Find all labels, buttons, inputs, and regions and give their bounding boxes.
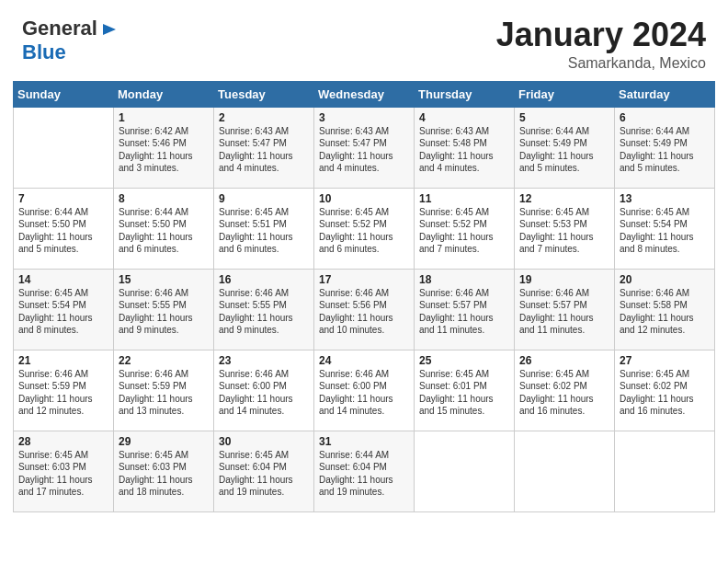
day-number: 8 <box>119 192 209 205</box>
header-day-tuesday: Tuesday <box>214 81 314 107</box>
day-cell: 7Sunrise: 6:44 AM Sunset: 5:50 PM Daylig… <box>14 188 114 269</box>
day-detail: Sunrise: 6:46 AM Sunset: 6:00 PM Dayligh… <box>219 369 293 417</box>
day-cell: 26Sunrise: 6:45 AM Sunset: 6:02 PM Dayli… <box>515 350 615 431</box>
day-number: 25 <box>419 354 509 367</box>
header-day-thursday: Thursday <box>415 81 515 107</box>
day-cell: 16Sunrise: 6:46 AM Sunset: 5:55 PM Dayli… <box>214 269 314 350</box>
day-detail: Sunrise: 6:43 AM Sunset: 5:47 PM Dayligh… <box>219 126 293 174</box>
header-row: SundayMondayTuesdayWednesdayThursdayFrid… <box>14 81 715 107</box>
calendar-body: 1Sunrise: 6:42 AM Sunset: 5:46 PM Daylig… <box>14 107 715 511</box>
day-cell: 21Sunrise: 6:46 AM Sunset: 5:59 PM Dayli… <box>14 350 114 431</box>
day-number: 26 <box>519 354 609 367</box>
day-detail: Sunrise: 6:45 AM Sunset: 6:02 PM Dayligh… <box>620 369 694 417</box>
day-cell <box>615 431 715 511</box>
day-detail: Sunrise: 6:46 AM Sunset: 5:56 PM Dayligh… <box>319 288 393 336</box>
day-number: 27 <box>620 354 710 367</box>
day-cell: 31Sunrise: 6:44 AM Sunset: 6:04 PM Dayli… <box>314 431 415 511</box>
day-number: 4 <box>419 111 509 124</box>
day-detail: Sunrise: 6:45 AM Sunset: 5:54 PM Dayligh… <box>620 207 694 255</box>
day-number: 7 <box>18 192 108 205</box>
week-row-3: 21Sunrise: 6:46 AM Sunset: 5:59 PM Dayli… <box>14 350 715 431</box>
day-detail: Sunrise: 6:46 AM Sunset: 5:58 PM Dayligh… <box>620 288 694 336</box>
day-cell: 30Sunrise: 6:45 AM Sunset: 6:04 PM Dayli… <box>214 431 314 511</box>
header-day-saturday: Saturday <box>615 81 715 107</box>
header-day-friday: Friday <box>515 81 615 107</box>
day-cell <box>515 431 615 511</box>
logo-general-text: General <box>22 17 97 40</box>
day-detail: Sunrise: 6:45 AM Sunset: 6:04 PM Dayligh… <box>219 450 293 498</box>
week-row-1: 7Sunrise: 6:44 AM Sunset: 5:50 PM Daylig… <box>14 188 715 269</box>
day-number: 21 <box>18 354 108 367</box>
day-number: 16 <box>219 273 309 286</box>
day-cell: 17Sunrise: 6:46 AM Sunset: 5:56 PM Dayli… <box>314 269 415 350</box>
day-detail: Sunrise: 6:45 AM Sunset: 6:03 PM Dayligh… <box>18 450 93 498</box>
day-number: 29 <box>119 435 209 448</box>
day-detail: Sunrise: 6:44 AM Sunset: 5:50 PM Dayligh… <box>119 207 193 255</box>
day-number: 10 <box>319 192 409 205</box>
week-row-2: 14Sunrise: 6:45 AM Sunset: 5:54 PM Dayli… <box>14 269 715 350</box>
day-number: 6 <box>620 111 710 124</box>
day-cell: 15Sunrise: 6:46 AM Sunset: 5:55 PM Dayli… <box>114 269 214 350</box>
day-cell: 9Sunrise: 6:45 AM Sunset: 5:51 PM Daylig… <box>214 188 314 269</box>
calendar-table: SundayMondayTuesdayWednesdayThursdayFrid… <box>13 81 715 512</box>
day-detail: Sunrise: 6:45 AM Sunset: 6:01 PM Dayligh… <box>419 369 494 417</box>
day-cell: 20Sunrise: 6:46 AM Sunset: 5:58 PM Dayli… <box>615 269 715 350</box>
month-title: January 2024 <box>496 17 706 53</box>
day-cell: 22Sunrise: 6:46 AM Sunset: 5:59 PM Dayli… <box>114 350 214 431</box>
week-row-4: 28Sunrise: 6:45 AM Sunset: 6:03 PM Dayli… <box>14 431 715 511</box>
day-detail: Sunrise: 6:44 AM Sunset: 5:50 PM Dayligh… <box>18 207 93 255</box>
day-number: 30 <box>219 435 309 448</box>
page: General Blue January 2024 Samarkanda, Me… <box>0 0 728 563</box>
logo-blue-text: Blue <box>22 40 66 63</box>
day-number: 18 <box>419 273 509 286</box>
day-number: 15 <box>119 273 209 286</box>
day-number: 19 <box>519 273 609 286</box>
day-number: 5 <box>519 111 609 124</box>
day-number: 1 <box>119 111 209 124</box>
day-number: 24 <box>319 354 409 367</box>
day-detail: Sunrise: 6:46 AM Sunset: 5:59 PM Dayligh… <box>119 369 193 417</box>
day-cell: 3Sunrise: 6:43 AM Sunset: 5:47 PM Daylig… <box>314 107 415 188</box>
day-cell: 18Sunrise: 6:46 AM Sunset: 5:57 PM Dayli… <box>415 269 515 350</box>
day-cell <box>14 107 114 188</box>
day-cell: 23Sunrise: 6:46 AM Sunset: 6:00 PM Dayli… <box>214 350 314 431</box>
day-number: 11 <box>419 192 509 205</box>
day-cell <box>415 431 515 511</box>
day-cell: 28Sunrise: 6:45 AM Sunset: 6:03 PM Dayli… <box>14 431 114 511</box>
day-cell: 14Sunrise: 6:45 AM Sunset: 5:54 PM Dayli… <box>14 269 114 350</box>
day-cell: 10Sunrise: 6:45 AM Sunset: 5:52 PM Dayli… <box>314 188 415 269</box>
logo: General Blue <box>22 17 119 64</box>
day-number: 31 <box>319 435 409 448</box>
day-detail: Sunrise: 6:45 AM Sunset: 6:03 PM Dayligh… <box>119 450 193 498</box>
header: General Blue January 2024 Samarkanda, Me… <box>0 0 728 81</box>
day-detail: Sunrise: 6:42 AM Sunset: 5:46 PM Dayligh… <box>119 126 193 174</box>
day-detail: Sunrise: 6:46 AM Sunset: 5:59 PM Dayligh… <box>18 369 93 417</box>
day-cell: 5Sunrise: 6:44 AM Sunset: 5:49 PM Daylig… <box>515 107 615 188</box>
day-number: 22 <box>119 354 209 367</box>
day-detail: Sunrise: 6:46 AM Sunset: 5:55 PM Dayligh… <box>119 288 193 336</box>
day-detail: Sunrise: 6:46 AM Sunset: 5:57 PM Dayligh… <box>519 288 594 336</box>
title-area: January 2024 Samarkanda, Mexico <box>496 17 706 72</box>
header-day-sunday: Sunday <box>14 81 114 107</box>
day-number: 2 <box>219 111 309 124</box>
day-cell: 12Sunrise: 6:45 AM Sunset: 5:53 PM Dayli… <box>515 188 615 269</box>
day-detail: Sunrise: 6:44 AM Sunset: 5:49 PM Dayligh… <box>519 126 594 174</box>
day-number: 3 <box>319 111 409 124</box>
calendar: SundayMondayTuesdayWednesdayThursdayFrid… <box>0 81 728 563</box>
day-number: 9 <box>219 192 309 205</box>
day-number: 28 <box>18 435 108 448</box>
day-cell: 25Sunrise: 6:45 AM Sunset: 6:01 PM Dayli… <box>415 350 515 431</box>
day-cell: 8Sunrise: 6:44 AM Sunset: 5:50 PM Daylig… <box>114 188 214 269</box>
day-number: 20 <box>620 273 710 286</box>
logo-flag-icon <box>99 20 119 40</box>
day-detail: Sunrise: 6:45 AM Sunset: 6:02 PM Dayligh… <box>519 369 594 417</box>
day-cell: 29Sunrise: 6:45 AM Sunset: 6:03 PM Dayli… <box>114 431 214 511</box>
day-cell: 1Sunrise: 6:42 AM Sunset: 5:46 PM Daylig… <box>114 107 214 188</box>
calendar-header: SundayMondayTuesdayWednesdayThursdayFrid… <box>14 81 715 107</box>
header-day-wednesday: Wednesday <box>314 81 415 107</box>
day-cell: 2Sunrise: 6:43 AM Sunset: 5:47 PM Daylig… <box>214 107 314 188</box>
day-detail: Sunrise: 6:45 AM Sunset: 5:54 PM Dayligh… <box>18 288 93 336</box>
day-cell: 13Sunrise: 6:45 AM Sunset: 5:54 PM Dayli… <box>615 188 715 269</box>
day-detail: Sunrise: 6:43 AM Sunset: 5:48 PM Dayligh… <box>419 126 494 174</box>
day-number: 14 <box>18 273 108 286</box>
